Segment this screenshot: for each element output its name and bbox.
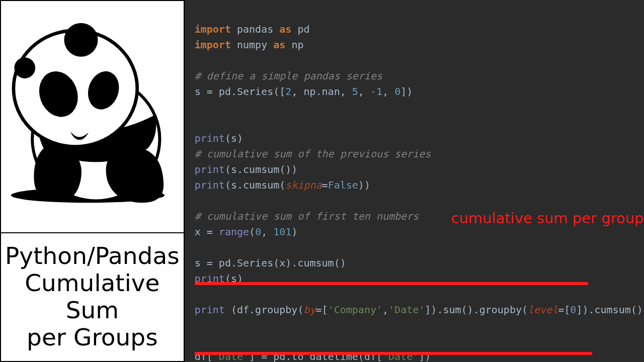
red-underline-1 bbox=[195, 282, 588, 285]
title-line-2: Cumulative Sum bbox=[5, 269, 180, 324]
code-line: print(s) bbox=[195, 132, 243, 144]
code-line: import numpy as np bbox=[195, 39, 304, 51]
code-line: import pandas as pd bbox=[195, 23, 310, 35]
title-line-3: per Groups bbox=[5, 324, 180, 351]
panda-illustration bbox=[1, 1, 184, 232]
title-box: Python/Pandas Cumulative Sum per Groups bbox=[1, 232, 184, 361]
svg-point-3 bbox=[64, 23, 98, 57]
title-line-1: Python/Pandas bbox=[5, 242, 180, 269]
svg-point-4 bbox=[14, 57, 35, 78]
red-annotation: cumulative sum per groups bbox=[451, 207, 644, 230]
code-line: print(s.cumsum(skipna=False)) bbox=[195, 179, 370, 191]
code-line: s = pd.Series([2, np.nan, 5, -1, 0]) bbox=[195, 85, 413, 98]
code-editor: import pandas as pd import numpy as np #… bbox=[185, 0, 644, 362]
code-line: s = pd.Series(x).cumsum() bbox=[195, 257, 346, 269]
code-line: print (df.groupby(by=['Company','Date'])… bbox=[195, 304, 644, 316]
code-line: print(s.cumsum()) bbox=[195, 163, 298, 175]
code-comment: # cumulative sum of first ten numbers bbox=[195, 210, 419, 222]
code-comment: # define a simple pandas series bbox=[195, 70, 382, 82]
left-panel: Python/Pandas Cumulative Sum per Groups bbox=[0, 0, 185, 362]
red-underline-2 bbox=[195, 352, 592, 355]
code-line: x = range(0, 101) bbox=[195, 226, 298, 238]
code-comment: # cumulative sum of the previous series bbox=[195, 148, 431, 160]
